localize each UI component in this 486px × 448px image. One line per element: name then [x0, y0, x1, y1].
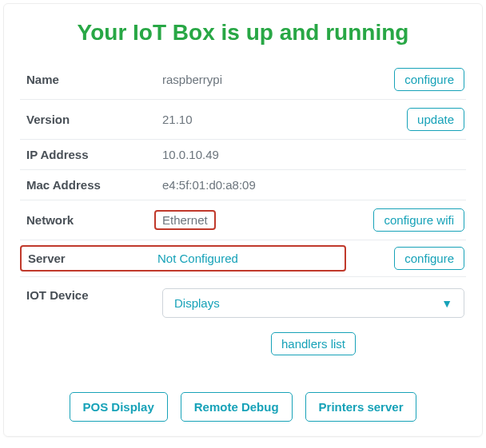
pos-display-button[interactable]: POS Display	[70, 392, 168, 422]
value-network: Ethernet	[162, 213, 208, 227]
iot-device-dropdown[interactable]: Displays ▼	[162, 288, 464, 318]
printers-server-button[interactable]: Printers server	[305, 392, 417, 422]
label-mac: Mac Address	[20, 170, 156, 200]
server-highlight: Server Not Configured	[20, 245, 346, 272]
row-name: Name raspberrypi configure	[20, 60, 466, 100]
label-ip: IP Address	[20, 140, 156, 170]
footer-links: Help Documentation	[0, 437, 486, 448]
value-network-cell: Ethernet	[156, 200, 346, 240]
bottom-button-row: POS Display Remote Debug Printers server	[20, 392, 466, 422]
value-server[interactable]: Not Configured	[157, 252, 238, 265]
value-mac: e4:5f:01:d0:a8:09	[156, 170, 466, 200]
handlers-list-button[interactable]: handlers list	[271, 332, 356, 355]
value-version: 21.10	[156, 100, 346, 140]
label-network: Network	[20, 200, 156, 240]
dropdown-selected: Displays	[174, 296, 220, 310]
label-version: Version	[20, 100, 156, 140]
chevron-down-icon: ▼	[441, 297, 452, 310]
configure-server-button[interactable]: configure	[394, 247, 464, 270]
value-name: raspberrypi	[156, 60, 346, 100]
page-title: Your IoT Box is up and running	[20, 20, 466, 46]
label-iot: IOT Device	[20, 277, 156, 372]
row-version: Version 21.10 update	[20, 100, 466, 140]
update-button[interactable]: update	[407, 108, 464, 131]
configure-wifi-button[interactable]: configure wifi	[373, 208, 464, 232]
row-iot-device: IOT Device Displays ▼ handlers list	[20, 277, 466, 372]
row-network: Network Ethernet configure wifi	[20, 200, 466, 240]
label-name: Name	[20, 60, 156, 100]
row-server: Server Not Configured configure	[20, 240, 466, 277]
label-server: Server	[28, 252, 157, 265]
value-ip: 10.0.10.49	[156, 140, 466, 170]
remote-debug-button[interactable]: Remote Debug	[181, 392, 293, 422]
row-ip: IP Address 10.0.10.49	[20, 140, 466, 170]
info-table: Name raspberrypi configure Version 21.10…	[20, 60, 466, 371]
network-highlight: Ethernet	[154, 210, 216, 230]
iot-box-card: Your IoT Box is up and running Name rasp…	[3, 3, 483, 437]
row-mac: Mac Address e4:5f:01:d0:a8:09	[20, 170, 466, 200]
configure-name-button[interactable]: configure	[394, 68, 464, 91]
